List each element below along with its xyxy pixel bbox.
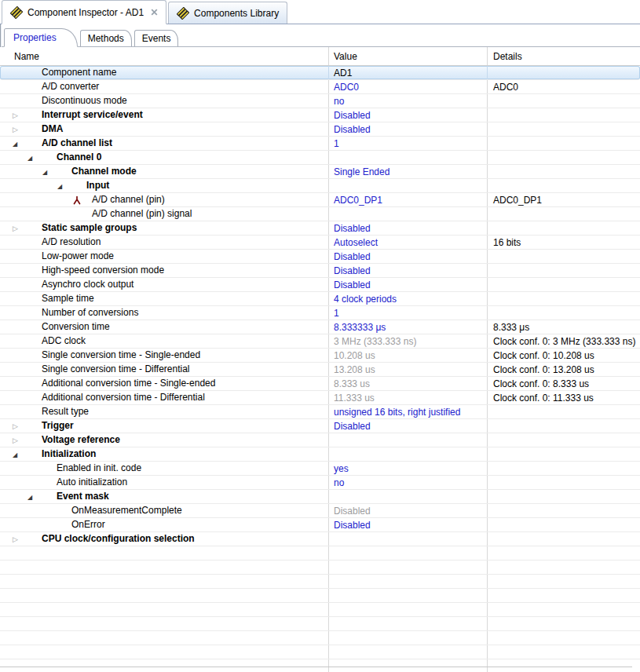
property-name: A/D channel (pin) signal bbox=[92, 207, 192, 221]
tab-events[interactable]: Events bbox=[134, 30, 179, 46]
property-row[interactable]: High-speed conversion modeDisabled bbox=[0, 264, 640, 278]
property-row[interactable]: Low-power modeDisabled bbox=[0, 250, 640, 264]
expand-arrow-icon[interactable]: ◢ bbox=[13, 447, 24, 461]
value-cell[interactable] bbox=[328, 433, 487, 447]
value-cell[interactable]: yes bbox=[328, 462, 487, 475]
value-cell[interactable]: Autoselect bbox=[328, 236, 487, 249]
property-row[interactable]: Additional conversion time - Differentia… bbox=[0, 391, 640, 405]
property-row[interactable]: OnErrorDisabled bbox=[0, 518, 640, 532]
value-cell[interactable] bbox=[328, 490, 487, 503]
value-cell[interactable]: 11.333 us bbox=[328, 391, 487, 404]
property-row[interactable]: ◢Channel 0 bbox=[0, 151, 640, 165]
property-row[interactable]: ▷CPU clock/configuration selection bbox=[0, 532, 640, 546]
property-row[interactable]: Additional conversion time - Single-ende… bbox=[0, 377, 640, 391]
value-cell[interactable]: Disabled bbox=[328, 278, 487, 291]
value-cell[interactable]: Disabled bbox=[328, 122, 487, 136]
property-row[interactable]: Asynchro clock outputDisabled bbox=[0, 278, 640, 292]
details-cell bbox=[487, 165, 640, 178]
property-row[interactable]: ◢Input bbox=[0, 179, 640, 193]
property-name: Sample time bbox=[42, 292, 94, 305]
value-cell[interactable]: 4 clock periods bbox=[328, 292, 487, 305]
value-cell[interactable]: Disabled bbox=[328, 221, 487, 235]
value-cell[interactable]: 1 bbox=[328, 137, 487, 150]
property-row[interactable]: ▷Voltage reference bbox=[0, 433, 640, 447]
collapse-arrow-icon[interactable]: ▷ bbox=[13, 221, 24, 235]
property-row[interactable]: Single conversion time - Differential13.… bbox=[0, 363, 640, 377]
details-cell bbox=[487, 278, 640, 291]
column-header-value: Value bbox=[328, 47, 487, 65]
property-row[interactable]: Result typeunsigned 16 bits, right justi… bbox=[0, 405, 640, 419]
property-row[interactable]: Auto initializationno bbox=[0, 476, 640, 490]
value-cell[interactable]: AD1 bbox=[328, 66, 487, 79]
collapse-arrow-icon[interactable]: ▷ bbox=[13, 108, 24, 122]
property-row[interactable]: Enabled in init. codeyes bbox=[0, 462, 640, 476]
property-row[interactable]: Conversion time8.333333 μs8.333 μs bbox=[0, 320, 640, 334]
value-cell[interactable]: 1 bbox=[328, 306, 487, 320]
value-cell[interactable]: 13.208 us bbox=[328, 363, 487, 376]
name-cell: Additional conversion time - Differentia… bbox=[0, 391, 328, 404]
collapse-arrow-icon[interactable]: ▷ bbox=[13, 419, 24, 433]
property-row[interactable]: ▷TriggerDisabled bbox=[0, 419, 640, 433]
details-cell bbox=[487, 659, 640, 672]
value-cell[interactable] bbox=[328, 532, 487, 546]
value-cell[interactable]: 3 MHz (333.333 ns) bbox=[328, 334, 487, 348]
value-cell[interactable]: no bbox=[328, 476, 487, 489]
tab-properties[interactable]: Properties bbox=[4, 28, 78, 47]
property-row[interactable]: ▷Static sample groupsDisabled bbox=[0, 221, 640, 236]
value-cell[interactable]: Disabled bbox=[328, 518, 487, 531]
value-cell[interactable]: Single Ended bbox=[328, 165, 487, 178]
value-cell[interactable]: 8.333333 μs bbox=[328, 320, 487, 334]
property-row[interactable]: ▷DMADisabled bbox=[0, 122, 640, 137]
collapse-arrow-icon[interactable]: ▷ bbox=[13, 532, 24, 546]
value-cell[interactable] bbox=[328, 179, 487, 192]
name-cell: A/D channel (pin) signal bbox=[0, 207, 328, 221]
value-cell[interactable]: 8.333 us bbox=[328, 377, 487, 390]
collapse-arrow-icon[interactable]: ▷ bbox=[13, 433, 24, 447]
value-cell[interactable]: ADC0 bbox=[328, 80, 487, 93]
property-row[interactable]: ◢Event mask bbox=[0, 490, 640, 504]
expand-arrow-icon[interactable]: ◢ bbox=[42, 165, 53, 178]
property-row[interactable]: ◢A/D channel list1 bbox=[0, 137, 640, 151]
property-row[interactable]: A/D channel (pin)ADC0_DP1ADC0_DP1 bbox=[0, 193, 640, 207]
close-icon[interactable] bbox=[151, 9, 158, 16]
view-tab-component-inspector[interactable]: Component Inspector - AD1 bbox=[2, 0, 166, 24]
value-cell[interactable] bbox=[328, 151, 487, 164]
view-tab-components-library[interactable]: Components Library bbox=[168, 2, 287, 24]
value-cell[interactable] bbox=[328, 207, 487, 221]
value-cell[interactable]: Disabled bbox=[328, 264, 487, 277]
property-row[interactable]: Component nameAD1 bbox=[0, 66, 640, 80]
property-row[interactable]: OnMeasurementCompleteDisabled bbox=[0, 504, 640, 518]
value-cell[interactable]: 10.208 us bbox=[328, 349, 487, 362]
name-cell bbox=[0, 645, 328, 659]
tree-indent bbox=[13, 349, 24, 362]
property-row[interactable]: Discontinuous modeno bbox=[0, 94, 640, 108]
view-bottom-border bbox=[0, 667, 632, 667]
expand-arrow-icon[interactable]: ◢ bbox=[57, 179, 68, 192]
expand-arrow-icon[interactable]: ◢ bbox=[27, 490, 38, 503]
property-row[interactable]: Single conversion time - Single-ended10.… bbox=[0, 349, 640, 363]
property-row[interactable]: ◢Initialization bbox=[0, 447, 640, 462]
property-row[interactable]: ◢Channel modeSingle Ended bbox=[0, 165, 640, 179]
expand-arrow-icon[interactable]: ◢ bbox=[27, 151, 38, 164]
value-cell[interactable]: Disabled bbox=[328, 250, 487, 263]
value-cell[interactable] bbox=[328, 447, 487, 461]
value-cell[interactable]: no bbox=[328, 94, 487, 108]
value-cell[interactable]: Disabled bbox=[328, 108, 487, 122]
value-cell[interactable]: unsigned 16 bits, right justified bbox=[328, 405, 487, 418]
property-row[interactable]: Sample time4 clock periods bbox=[0, 292, 640, 306]
details-cell: 8.333 μs bbox=[487, 320, 640, 334]
property-row[interactable]: A/D converterADC0ADC0 bbox=[0, 80, 640, 94]
property-row[interactable]: Number of conversions1 bbox=[0, 306, 640, 320]
tree-indent bbox=[13, 391, 24, 404]
expand-arrow-icon[interactable]: ◢ bbox=[13, 137, 24, 150]
value-cell[interactable]: ADC0_DP1 bbox=[328, 193, 487, 206]
collapse-arrow-icon[interactable]: ▷ bbox=[13, 122, 24, 136]
property-row[interactable]: ADC clock3 MHz (333.333 ns)Clock conf. 0… bbox=[0, 334, 640, 349]
property-row[interactable]: ▷Interrupt service/eventDisabled bbox=[0, 108, 640, 122]
tab-methods[interactable]: Methods bbox=[80, 30, 132, 46]
property-row[interactable]: A/D channel (pin) signal bbox=[0, 207, 640, 221]
property-row[interactable]: A/D resolutionAutoselect16 bits bbox=[0, 236, 640, 250]
value-cell[interactable]: Disabled bbox=[328, 419, 487, 433]
name-cell: OnError bbox=[0, 518, 328, 531]
value-cell[interactable]: Disabled bbox=[328, 504, 487, 517]
